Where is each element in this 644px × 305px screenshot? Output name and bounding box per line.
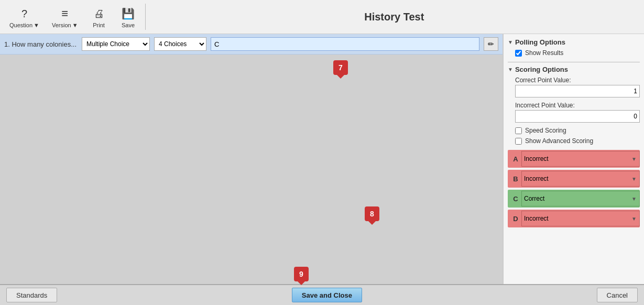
print-label: Print [93,22,105,28]
correct-point-label: Correct Point Value: [515,77,640,84]
scoring-section: ▼ Scoring Options Correct Point Value: I… [508,66,640,145]
question-icon: ? [16,5,32,22]
print-icon: 🖨 [91,5,107,22]
edit-icon: ✏ [488,40,494,48]
choice-status-select[interactable]: CorrectIncorrect [521,151,640,167]
choice-scoring-item: ACorrectIncorrect [508,150,640,168]
callout-7: 7 [333,60,348,75]
show-advanced-label[interactable]: Show Advanced Scoring [525,137,593,145]
choice-scoring-item: BCorrectIncorrect [508,170,640,188]
polling-header-label: Polling Options [515,38,565,46]
annotation-9-container: 9 [294,267,309,281]
answer-input[interactable] [211,37,479,51]
save-button[interactable]: 💾 Save [116,3,141,30]
choice-letter: D [510,215,521,223]
polling-header[interactable]: ▼ Polling Options [508,38,640,46]
annotation-7-container: 7 [333,60,348,75]
show-results-row: Show Results [508,49,640,57]
speed-scoring-label[interactable]: Speed Scoring [525,127,566,134]
question-row: 1. How many colonies... Multiple Choice … [0,34,503,55]
right-panel: ▼ Polling Options Show Results ▼ Scoring… [503,34,644,284]
correct-point-input[interactable] [515,85,640,97]
choice-letter: A [510,155,521,163]
callout-9: 9 [294,267,309,281]
show-results-checkbox[interactable] [515,50,522,57]
speed-scoring-checkbox[interactable] [515,127,522,134]
version-button[interactable]: ≡ Version ▼ [48,3,82,30]
scoring-arrow-icon: ▼ [508,67,513,72]
choice-scoring-item: CCorrectIncorrect [508,190,640,208]
choice-select-wrapper: CorrectIncorrect [521,171,640,187]
standards-button[interactable]: Standards [6,288,57,302]
question-label-group: Question ▼ [9,22,39,28]
question-label: Question [9,22,32,28]
scoring-header[interactable]: ▼ Scoring Options [508,66,640,73]
page-title: History Test [150,11,639,23]
annotation-8-container: 8 [365,206,379,221]
speed-scoring-row: Speed Scoring [508,127,640,134]
version-label: Version [52,22,71,28]
cancel-button[interactable]: Cancel [597,288,638,302]
edit-button[interactable]: ✏ [484,37,498,51]
version-label-group: Version ▼ [52,22,78,28]
choice-select-wrapper: CorrectIncorrect [521,191,640,206]
print-button[interactable]: 🖨 Print [86,3,112,30]
choice-status-select[interactable]: CorrectIncorrect [521,211,640,226]
choice-scoring-item: DCorrectIncorrect [508,210,640,227]
polling-arrow-icon: ▼ [508,39,513,45]
toolbar: ? Question ▼ ≡ Version ▼ 🖨 Print 💾 Save … [0,0,644,34]
show-advanced-row: Show Advanced Scoring [508,137,640,145]
choice-select-wrapper: CorrectIncorrect [521,211,640,226]
polling-section: ▼ Polling Options Show Results [508,38,640,57]
incorrect-point-label: Incorrect Point Value: [515,102,640,109]
correct-point-group: Correct Point Value: [508,77,640,97]
question-type-select[interactable]: Multiple Choice True/False Short Answer [82,37,150,51]
callout-8: 8 [365,206,379,221]
main-container: 1. How many colonies... Multiple Choice … [0,34,644,284]
question-arrow-icon: ▼ [34,22,39,28]
question-button[interactable]: ? Question ▼ [5,3,43,30]
content-area: 1. How many colonies... Multiple Choice … [0,34,503,284]
incorrect-point-input[interactable] [515,110,640,123]
choice-status-select[interactable]: CorrectIncorrect [521,171,640,187]
choice-status-select[interactable]: CorrectIncorrect [521,191,640,206]
choices-count-select[interactable]: 2 Choices 3 Choices 4 Choices 5 Choices [154,37,206,51]
show-advanced-checkbox[interactable] [515,138,522,145]
choice-select-wrapper: CorrectIncorrect [521,151,640,167]
toolbar-separator [145,4,146,30]
choice-letter: C [510,195,521,203]
version-arrow-icon: ▼ [72,22,78,28]
incorrect-point-group: Incorrect Point Value: [508,102,640,123]
choice-letter: B [510,175,521,183]
toolbar-left: ? Question ▼ ≡ Version ▼ 🖨 Print 💾 Save [5,3,141,30]
scoring-header-label: Scoring Options [515,66,568,73]
choice-items-container: ACorrectIncorrectBCorrectIncorrectCCorre… [508,150,640,227]
question-text: 1. How many colonies... [4,40,78,48]
section-divider [508,62,640,62]
save-close-button[interactable]: Save and Close [292,288,362,302]
bottom-bar: Standards Save and Close Cancel [0,284,644,305]
version-icon: ≡ [57,5,73,22]
save-label: Save [122,22,135,28]
save-icon: 💾 [120,5,137,22]
show-results-label[interactable]: Show Results [525,49,563,57]
